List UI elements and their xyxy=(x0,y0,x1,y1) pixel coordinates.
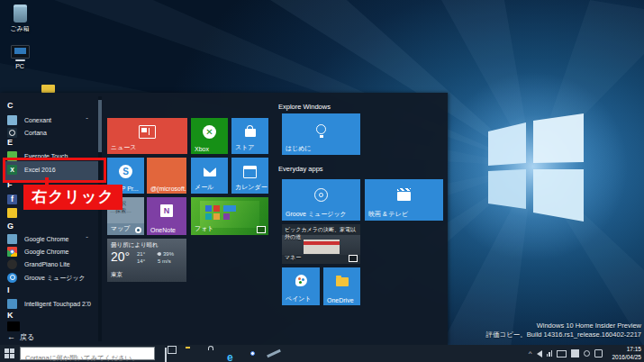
app-item-conexant[interactable]: Conexant ˇ xyxy=(0,114,95,127)
chrome-folder-icon xyxy=(7,234,17,244)
insider-watermark: Windows 10 Home Insider Preview 評価コピー。Bu… xyxy=(485,321,641,339)
start-button[interactable] xyxy=(5,348,14,358)
app-item-groove-music[interactable]: Groove ミュージック xyxy=(0,272,95,285)
xbox-icon: ✕ xyxy=(203,125,216,139)
tile-store[interactable]: ストア xyxy=(231,118,268,154)
app-button-globe[interactable] xyxy=(268,348,279,359)
app-item-k[interactable] xyxy=(0,321,95,333)
annotation-label: 右クリック xyxy=(23,185,122,210)
tile-mail[interactable]: メール xyxy=(191,158,228,194)
k-app-icon xyxy=(7,321,20,331)
search-input[interactable] xyxy=(21,352,159,362)
conexant-icon xyxy=(7,115,17,125)
annotation-rectangle xyxy=(3,158,106,183)
chevron-down-icon[interactable]: ˇ xyxy=(86,233,88,245)
tile-photos[interactable]: フォト xyxy=(191,197,268,235)
cortana-icon xyxy=(7,128,17,138)
app-section-header-g[interactable]: G xyxy=(7,222,14,231)
clapperboard-icon xyxy=(397,192,411,201)
task-view-button[interactable] xyxy=(165,348,176,359)
tray-chevron-up-icon[interactable]: ^ xyxy=(529,349,532,357)
clock-time: 17:15 xyxy=(612,346,641,354)
tile-microsoft-app[interactable]: @(microsoft... xyxy=(147,158,186,194)
onenote-icon: N xyxy=(160,204,173,217)
photo-count-icon xyxy=(257,226,266,233)
tile-paint[interactable]: ペイント xyxy=(282,267,320,305)
yellow-app-icon xyxy=(7,208,17,218)
start-menu: C Conexant ˇ Cortana E Evernote Touch X … xyxy=(0,93,448,345)
tile-get-started[interactable]: はじめに xyxy=(282,113,360,155)
back-button[interactable]: ←戻る xyxy=(7,332,34,342)
back-arrow-icon: ← xyxy=(7,332,15,341)
edge-icon: e xyxy=(227,351,233,362)
chevron-down-icon[interactable]: ˇ xyxy=(86,114,88,126)
touchpad-icon xyxy=(7,299,17,309)
edge-button[interactable]: e xyxy=(227,348,238,359)
recycle-bin-label: ごみ箱 xyxy=(0,24,40,33)
onedrive-folder-icon xyxy=(336,277,349,286)
skype-icon: S xyxy=(119,165,132,178)
app-item-intelligent-touchpad[interactable]: Intelligent Touchpad 2.0 ˇ xyxy=(0,298,95,311)
tile-news-photo[interactable]: ビックカメラの決断、家電以外の道 マネー xyxy=(282,224,360,264)
recycle-bin-icon xyxy=(14,5,27,23)
screen: ごみ箱 PC Windows 10 Home Insider Preview 評… xyxy=(0,0,644,362)
groove-circle-icon xyxy=(314,188,328,202)
action-center-icon[interactable] xyxy=(594,349,603,357)
paint-palette-icon xyxy=(295,275,307,286)
app-item-google-chrome-2[interactable]: Google Chrome xyxy=(0,246,95,258)
volume-icon[interactable] xyxy=(537,350,542,357)
tile-calendar[interactable]: カレンダー xyxy=(231,158,268,194)
tile-news[interactable]: ニュース xyxy=(107,118,187,154)
ime-indicator-icon[interactable] xyxy=(571,349,579,357)
task-view-icon xyxy=(165,348,167,362)
chrome-button[interactable] xyxy=(248,348,259,359)
mail-icon xyxy=(204,167,216,176)
taskbar-clock[interactable]: 17:15 2016/04/25 xyxy=(612,346,641,361)
app-list-scrollbar[interactable] xyxy=(98,96,102,341)
grandpiano-icon xyxy=(7,259,17,269)
app-section-header-k[interactable]: K xyxy=(7,311,14,320)
taskbar: e ^ 17:15 2016/04/25 xyxy=(0,345,644,362)
chrome-icon xyxy=(7,247,17,257)
groove-icon xyxy=(7,273,17,283)
facebook-icon: f xyxy=(7,195,17,204)
touch-keyboard-icon[interactable] xyxy=(557,350,567,357)
clock-date: 2016/04/25 xyxy=(612,354,641,362)
desktop-icon-pc[interactable]: PC xyxy=(0,45,40,69)
file-explorer-button[interactable] xyxy=(186,348,196,359)
desktop-icon-recycle-bin[interactable]: ごみ箱 xyxy=(0,5,40,33)
app-item-cortana[interactable]: Cortana xyxy=(0,127,95,140)
app-section-header-i[interactable]: I xyxy=(7,285,10,294)
app-section-header-e[interactable]: E xyxy=(7,138,13,147)
tile-onedrive[interactable]: OneDrive xyxy=(323,267,360,305)
news-icon xyxy=(139,125,156,139)
cortana-search-box[interactable] xyxy=(20,347,155,360)
network-icon[interactable] xyxy=(547,350,553,357)
photo-count-icon xyxy=(349,255,358,262)
app-item-grandpiano-lite[interactable]: GrandPiano Lite xyxy=(0,258,95,271)
lightbulb-icon xyxy=(316,124,326,134)
chevron-down-icon[interactable]: ˇ xyxy=(86,298,88,310)
app-item-google-chrome-1[interactable]: Google Chrome ˇ xyxy=(0,233,95,246)
pc-label: PC xyxy=(0,63,40,69)
settings-icon[interactable] xyxy=(584,350,590,357)
calendar-icon xyxy=(243,166,257,178)
humidity-icon xyxy=(157,251,162,257)
storefront-photo xyxy=(304,240,340,254)
tile-xbox[interactable]: ✕ Xbox xyxy=(191,118,228,154)
app-section-header-c[interactable]: C xyxy=(7,101,14,110)
location-badge-icon xyxy=(135,227,141,233)
tile-movies-tv[interactable]: 映画 & テレビ xyxy=(365,179,443,221)
scrollbar-thumb[interactable] xyxy=(98,100,102,152)
tile-onenote[interactable]: N OneNote xyxy=(147,197,186,235)
tile-weather[interactable]: 曇り所により晴れ 20° 21° 14° 39% 5 m/s 東京 xyxy=(107,239,186,282)
store-button[interactable] xyxy=(206,348,217,359)
group-header-explore-windows: Explore Windows xyxy=(278,103,331,111)
group-header-everyday-apps: Everyday apps xyxy=(278,165,323,173)
store-bag-icon xyxy=(245,129,256,137)
tile-groove-music[interactable]: Groove ミュージック xyxy=(282,179,360,221)
desktop-icon-folder-partial[interactable] xyxy=(41,85,55,93)
system-tray: ^ xyxy=(529,345,603,362)
pc-icon xyxy=(11,45,30,59)
